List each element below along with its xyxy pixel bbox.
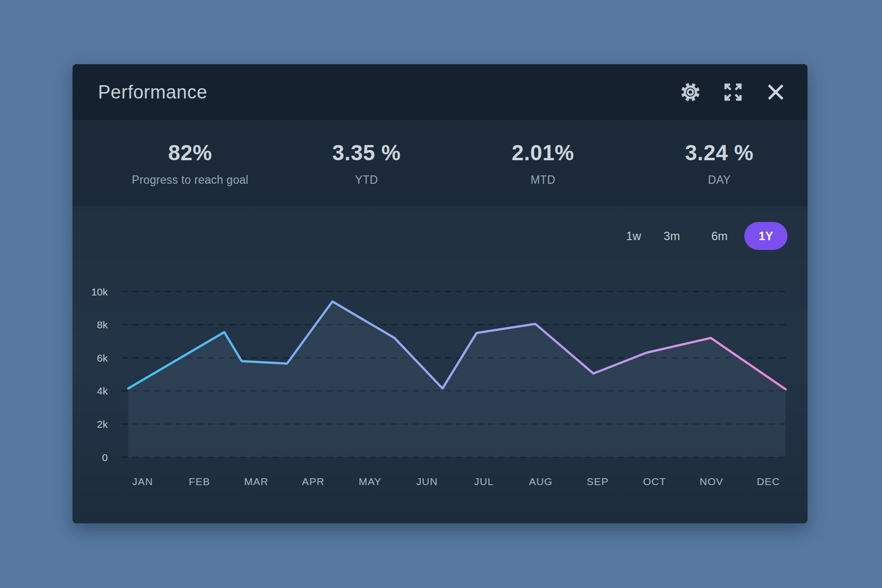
settings-icon[interactable] [679,81,702,103]
range-option-6m[interactable]: 6m [710,229,730,243]
stat-label: MTD [455,173,631,186]
stat-label: YTD [278,173,455,186]
svg-text:APR: APR [302,476,324,487]
stat-value: 2.01% [455,140,631,166]
svg-text:AUG: AUG [529,476,553,487]
svg-text:2k: 2k [97,418,108,430]
svg-text:NOV: NOV [700,476,724,487]
svg-text:JUL: JUL [474,476,493,487]
stat-value: 3.24 % [631,140,808,166]
svg-text:MAY: MAY [359,476,382,487]
stat-mtd: 2.01% MTD [455,140,631,186]
svg-text:10k: 10k [91,286,108,297]
expand-icon[interactable] [722,81,744,103]
svg-text:4k: 4k [97,385,108,396]
close-icon[interactable] [764,81,787,103]
stat-progress: 82% Progress to reach goal [102,140,278,186]
chart-area: 1w 3m 6m 1Y 10k8k6k4k2k0JANFEBMARAPRMAYJ… [73,206,808,523]
line-chart: 10k8k6k4k2k0JANFEBMARAPRMAYJUNJULAUGSEPO… [73,206,808,523]
svg-text:0: 0 [102,452,108,463]
range-option-1y-selected[interactable]: 1Y [744,222,787,250]
range-selector: 1w 3m 6m 1Y [624,222,787,250]
header-icons [679,81,808,103]
stat-value: 82% [102,140,278,166]
svg-text:SEP: SEP [587,476,609,487]
stat-day: 3.24 % DAY [631,140,808,186]
svg-text:JAN: JAN [132,476,153,487]
range-option-3m[interactable]: 3m [662,229,682,243]
range-option-1w[interactable]: 1w [624,229,643,243]
widget-header: Performance [73,64,808,120]
svg-text:OCT: OCT [643,476,666,487]
stat-ytd: 3.35 % YTD [278,140,455,186]
page-title: Performance [73,82,207,103]
performance-widget: Performance [73,64,808,523]
svg-text:MAR: MAR [244,476,269,487]
stat-value: 3.35 % [278,140,455,166]
svg-text:FEB: FEB [189,476,210,487]
stat-label: DAY [631,173,808,186]
svg-text:8k: 8k [97,319,108,330]
stat-label: Progress to reach goal [102,173,278,186]
svg-text:6k: 6k [97,352,108,364]
svg-text:JUN: JUN [416,476,438,487]
stats-row: 82% Progress to reach goal 3.35 % YTD 2.… [73,120,808,206]
svg-text:DEC: DEC [757,476,780,487]
